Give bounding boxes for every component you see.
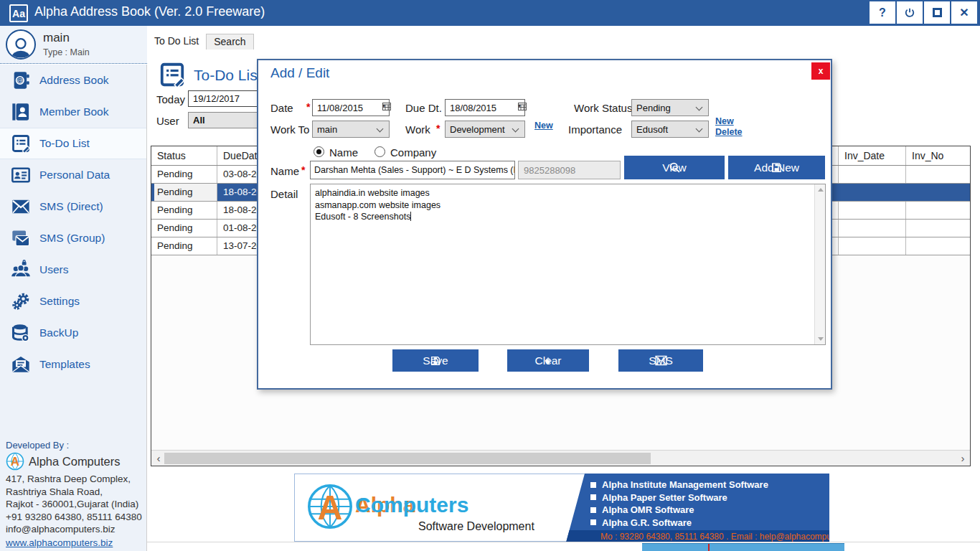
clear-button[interactable]: Clear xyxy=(507,349,589,372)
radio-selected-dot xyxy=(316,149,321,154)
maximize-button[interactable] xyxy=(924,1,950,24)
detail-textarea[interactable]: alphaindia.in website images asmanapp.co… xyxy=(310,184,826,345)
date-input[interactable]: 11/08/2015 ▾ xyxy=(312,99,390,116)
radio-name[interactable] xyxy=(314,146,324,157)
dialog-close-button[interactable]: x xyxy=(811,62,830,80)
cell-inv-no[interactable] xyxy=(906,202,970,219)
name-label: Name xyxy=(270,165,299,177)
due-date-label: Due Dt. xyxy=(405,102,442,114)
horizontal-scrollbar[interactable]: ‹ › xyxy=(151,450,970,466)
column-header-status[interactable]: Status xyxy=(151,146,217,165)
selection-accent xyxy=(151,184,154,201)
sidebar-item-label: SMS (Group) xyxy=(39,232,105,245)
sms-button[interactable]: SMS xyxy=(618,349,703,372)
scroll-up-icon[interactable] xyxy=(818,188,824,192)
detail-scrollbar[interactable] xyxy=(814,184,825,344)
scroll-right-icon[interactable]: › xyxy=(957,452,969,464)
product-item: Alpha OMR Software xyxy=(590,504,768,517)
developer-address-line: Rashtriya Shala Road, xyxy=(6,486,147,499)
cell-status[interactable]: Pending xyxy=(151,184,217,201)
maximize-icon xyxy=(933,8,942,17)
radio-name-label[interactable]: Name xyxy=(329,146,358,159)
phone-input[interactable]: 9825288098 xyxy=(518,161,621,179)
cell-inv-date[interactable] xyxy=(839,237,906,255)
name-input[interactable]: Darshan Mehta (Sales - Support) ~ E D Sy… xyxy=(310,161,515,179)
cell-inv-date[interactable] xyxy=(839,220,906,237)
tab-to-do-list[interactable]: To Do List xyxy=(147,33,206,50)
work-dropdown[interactable]: Development xyxy=(445,121,525,138)
help-button[interactable]: ? xyxy=(870,1,895,24)
sidebar-item-todo-list[interactable]: To-Do List xyxy=(0,128,146,159)
column-header-inv-date[interactable]: Inv_Date xyxy=(839,146,906,165)
sidebar-item-label: Personal Data xyxy=(39,169,110,182)
today-label: Today xyxy=(156,93,185,105)
todo-list-icon xyxy=(9,132,32,155)
cell-inv-no[interactable] xyxy=(906,220,970,237)
sidebar-item-users[interactable]: Users xyxy=(0,254,146,286)
work-to-dropdown[interactable]: main xyxy=(312,121,390,138)
sidebar-item-address-book[interactable]: @ Address Book xyxy=(0,65,146,96)
cell-inv-date[interactable] xyxy=(839,166,906,183)
cell-inv-no[interactable] xyxy=(906,166,970,183)
chevron-down-icon xyxy=(377,126,384,133)
cell-inv-date[interactable] xyxy=(839,202,906,219)
power-button[interactable] xyxy=(897,1,923,24)
scroll-down-icon[interactable] xyxy=(818,337,824,341)
column-header-inv-no[interactable]: Inv_No xyxy=(906,146,970,165)
bullet-square-icon xyxy=(590,519,596,525)
user-type: Type : Main xyxy=(43,47,90,57)
calendar-icon[interactable]: ▾ xyxy=(518,103,521,109)
sidebar-item-label: Templates xyxy=(39,358,90,371)
cell-inv-no[interactable] xyxy=(906,184,970,201)
todo-page-icon xyxy=(159,61,186,88)
save-button[interactable]: Save xyxy=(392,349,479,372)
sidebar-item-label: Settings xyxy=(39,295,80,308)
scrollbar-thumb[interactable] xyxy=(164,453,651,464)
due-date-input[interactable]: 18/08/2015 ▾ xyxy=(445,99,525,116)
work-status-dropdown[interactable]: Pending xyxy=(631,99,709,116)
sidebar-item-settings[interactable]: Settings xyxy=(0,286,146,317)
sidebar-item-backup[interactable]: BackUp xyxy=(0,317,146,349)
svg-text:A: A xyxy=(318,488,343,527)
add-edit-dialog: Add / Edit x Date * 11/08/2015 ▾ Due Dt.… xyxy=(257,59,832,390)
close-button[interactable]: ✕ xyxy=(951,1,977,24)
chevron-down-icon xyxy=(696,126,703,133)
sidebar-item-sms-direct[interactable]: SMS (Direct) xyxy=(0,191,146,222)
importance-new-link[interactable]: New xyxy=(715,116,734,126)
date-label: Date xyxy=(270,102,293,114)
tab-search[interactable]: Search xyxy=(206,34,253,50)
sidebar-item-label: To-Do List xyxy=(39,137,90,150)
add-new-button[interactable]: Add New xyxy=(728,156,825,179)
importance-dropdown[interactable]: Edusoft xyxy=(631,121,709,138)
alpha-globe-logo: A xyxy=(306,483,354,530)
radio-company[interactable] xyxy=(374,146,385,157)
scroll-left-icon[interactable]: ‹ xyxy=(153,452,164,464)
developer-website-link[interactable]: www.alphacomputers.biz xyxy=(6,537,113,550)
cell-status[interactable]: Pending xyxy=(151,166,217,183)
sidebar-item-templates[interactable]: Templates xyxy=(0,349,146,380)
importance-delete-link[interactable]: Delete xyxy=(715,127,743,137)
sidebar-item-member-book[interactable]: Member Book xyxy=(0,96,146,128)
developer-company: Alpha Computers xyxy=(29,455,120,468)
cell-status[interactable]: Pending xyxy=(151,237,217,255)
alpha-logo-icon: A xyxy=(6,452,24,471)
calendar-icon[interactable]: ▾ xyxy=(382,103,385,109)
sidebar-item-label: Member Book xyxy=(39,105,108,118)
radio-company-label[interactable]: Company xyxy=(390,146,436,159)
cell-inv-date[interactable] xyxy=(839,184,906,201)
sidebar-item-personal-data[interactable]: Personal Data xyxy=(0,159,146,191)
bullet-square-icon xyxy=(590,494,596,500)
cell-status[interactable]: Pending xyxy=(151,202,217,219)
work-to-label: Work To xyxy=(270,123,309,136)
chevron-down-icon xyxy=(512,126,519,133)
avatar xyxy=(6,29,36,60)
view-button[interactable]: View xyxy=(624,156,725,179)
cell-inv-no[interactable] xyxy=(906,237,970,255)
sidebar-item-sms-group[interactable]: SMS (Group) xyxy=(0,222,146,254)
product-item: Alpha G.R. Software xyxy=(590,517,768,529)
work-new-link[interactable]: New xyxy=(534,121,553,131)
developer-email: info@alphacomputers.biz xyxy=(6,523,147,536)
developer-address-line: 417, Rashtra Deep Complex, xyxy=(6,473,147,486)
cell-status[interactable]: Pending xyxy=(151,220,217,237)
sidebar-item-label: BackUp xyxy=(39,326,78,339)
